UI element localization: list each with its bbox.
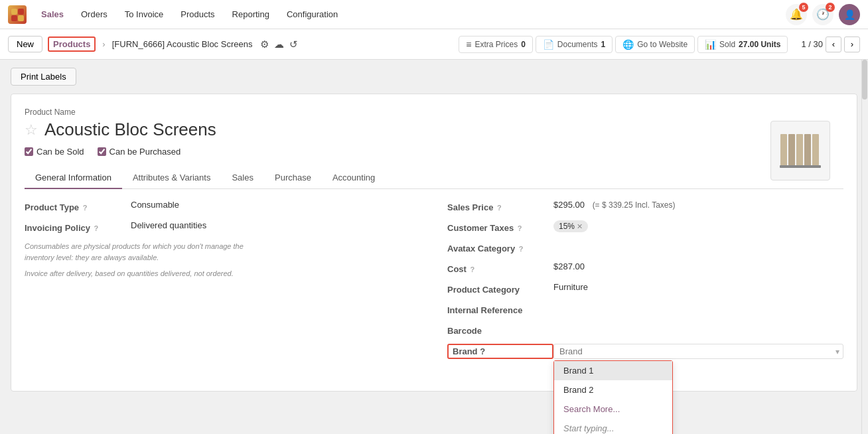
pager-next[interactable]: › xyxy=(844,36,860,52)
cost-value: $287.00 xyxy=(553,261,843,271)
internal-ref-label: Internal Reference xyxy=(447,303,553,315)
can-be-purchased-checkbox[interactable]: Can be Purchased xyxy=(98,147,181,157)
extra-prices-label: Extra Prices xyxy=(474,40,518,49)
can-be-sold-label: Can be Sold xyxy=(36,147,84,157)
favorite-star-icon[interactable]: ☆ xyxy=(25,121,38,139)
invoicing-policy-row: Invoicing Policy ? Delivered quantities xyxy=(25,220,421,233)
sales-price-help-icon[interactable]: ? xyxy=(497,204,502,212)
documents-button[interactable]: 📄 Documents 1 xyxy=(536,36,613,53)
sales-price-label: Sales Price ? xyxy=(447,200,553,212)
nav-reporting[interactable]: Reporting xyxy=(224,5,277,23)
can-be-sold-checkbox[interactable]: Can be Sold xyxy=(25,147,84,157)
nav-configuration[interactable]: Configuration xyxy=(279,5,346,23)
documents-label: Documents xyxy=(557,40,598,49)
product-category-label: Product Category xyxy=(447,282,553,295)
action-bar: New Products › [FURN_6666] Acoustic Bloc… xyxy=(0,29,868,60)
svg-rect-4 xyxy=(780,134,787,167)
bell-badge: 5 xyxy=(799,3,808,12)
globe-icon: 🌐 xyxy=(622,39,634,50)
new-button[interactable]: New xyxy=(8,36,42,52)
brand-row: Brand ? ▾ Brand 1 Brand 2 Search More...… xyxy=(447,344,843,359)
form-card: Product Name ☆ Acoustic Bloc Screens xyxy=(11,94,857,392)
svg-rect-2 xyxy=(11,15,17,21)
revert-icon[interactable]: ↺ xyxy=(289,38,298,50)
navbar: Sales Orders To Invoice Products Reporti… xyxy=(0,0,868,29)
user-avatar[interactable]: 👤 xyxy=(839,4,860,25)
tab-accounting[interactable]: Accounting xyxy=(322,167,386,189)
svg-rect-7 xyxy=(804,134,811,167)
avatax-help-icon[interactable]: ? xyxy=(519,245,524,253)
checkboxes: Can be Sold Can be Purchased xyxy=(25,147,843,157)
tax-badge: 15% ✕ xyxy=(553,220,588,232)
cloud-icon[interactable]: ☁ xyxy=(274,38,284,50)
brand-help-icon[interactable]: ? xyxy=(480,346,485,356)
tab-attributes-variants[interactable]: Attributes & Variants xyxy=(122,167,222,189)
nav-to-invoice[interactable]: To Invoice xyxy=(117,5,172,23)
product-type-value: Consumable xyxy=(131,200,421,210)
cost-row: Cost ? $287.00 xyxy=(447,261,843,274)
tab-general-information[interactable]: General Information xyxy=(25,167,122,189)
tab-purchase[interactable]: Purchase xyxy=(264,167,322,189)
invoicing-policy-value: Delivered quantities xyxy=(131,220,421,230)
tax-remove-icon[interactable]: ✕ xyxy=(577,222,583,231)
cost-help-icon[interactable]: ? xyxy=(470,265,475,273)
document-icon: 📄 xyxy=(543,39,554,50)
barcode-label: Barcode xyxy=(447,323,553,336)
sales-price-value: $295.00 (= $ 339.25 Incl. Taxes) xyxy=(553,200,843,210)
sold-button[interactable]: 📊 Sold 27.00 Units xyxy=(697,36,788,53)
nav-orders[interactable]: Orders xyxy=(73,5,115,23)
clock-badge: 2 xyxy=(826,3,835,12)
customer-taxes-value: 15% ✕ xyxy=(553,220,843,232)
product-header: Product Name ☆ Acoustic Bloc Screens xyxy=(25,108,843,157)
nav-sales[interactable]: Sales xyxy=(33,5,72,23)
print-labels-button[interactable]: Print Labels xyxy=(11,68,76,86)
bell-button[interactable]: 🔔 5 xyxy=(786,4,807,25)
invoicing-help-icon[interactable]: ? xyxy=(94,224,99,232)
extra-prices-button[interactable]: ≡ Extra Prices 0 xyxy=(459,36,533,53)
form-right: Sales Price ? $295.00 (= $ 339.25 Incl. … xyxy=(447,200,843,367)
product-type-field-label: Product Type ? xyxy=(25,200,131,212)
pager-prev[interactable]: ‹ xyxy=(826,36,841,52)
dropdown-item-brand1[interactable]: Brand 1 xyxy=(554,361,672,380)
svg-rect-5 xyxy=(788,134,795,167)
chevron-down-icon: ▾ xyxy=(835,347,839,356)
clock-button[interactable]: 🕐 2 xyxy=(812,4,833,25)
dropdown-item-brand2[interactable]: Brand 2 xyxy=(554,380,672,399)
breadcrumb-products-link[interactable]: Products xyxy=(48,36,96,52)
scrollbar-track[interactable] xyxy=(861,60,868,434)
brand-label: Brand ? xyxy=(447,344,553,359)
invoicing-policy-field-label: Invoicing Policy ? xyxy=(25,220,131,233)
product-image xyxy=(770,121,830,181)
consumable-note: Consumables are physical products for wh… xyxy=(25,241,421,263)
tab-sales[interactable]: Sales xyxy=(221,167,264,189)
list-icon: ≡ xyxy=(466,39,471,50)
barcode-row: Barcode xyxy=(447,323,843,336)
form-tabs: General Information Attributes & Variant… xyxy=(25,167,843,189)
record-action-icons: ⚙ ☁ ↺ xyxy=(260,38,298,50)
can-be-purchased-label: Can be Purchased xyxy=(109,147,181,157)
website-button[interactable]: 🌐 Go to Website xyxy=(615,36,695,53)
print-labels-bar: Print Labels xyxy=(11,68,857,86)
svg-rect-3 xyxy=(18,15,24,21)
svg-rect-6 xyxy=(796,134,803,167)
settings-icon[interactable]: ⚙ xyxy=(260,38,269,50)
avatax-label: Avatax Category ? xyxy=(447,241,553,253)
customer-taxes-help-icon[interactable]: ? xyxy=(518,224,522,232)
invoice-note: Invoice after delivery, based on quantit… xyxy=(25,268,421,279)
scrollbar-thumb[interactable] xyxy=(862,60,867,100)
sold-count: 27.00 Units xyxy=(739,40,780,49)
product-title-row: ☆ Acoustic Bloc Screens xyxy=(25,119,843,140)
product-type-help-icon[interactable]: ? xyxy=(83,204,88,212)
form-left: Product Type ? Consumable Invoicing Poli… xyxy=(25,200,421,367)
price-incl-taxes: (= $ 339.25 Incl. Taxes) xyxy=(593,200,676,210)
brand-input[interactable] xyxy=(553,344,843,359)
customer-taxes-row: Customer Taxes ? 15% ✕ xyxy=(447,220,843,233)
nav-products[interactable]: Products xyxy=(173,5,222,23)
sales-price-row: Sales Price ? $295.00 (= $ 339.25 Incl. … xyxy=(447,200,843,212)
svg-rect-9 xyxy=(780,165,821,168)
dropdown-item-search-more[interactable]: Search More... xyxy=(554,399,672,419)
toolbar-actions: ≡ Extra Prices 0 📄 Documents 1 🌐 Go to W… xyxy=(459,36,788,53)
internal-ref-row: Internal Reference xyxy=(447,303,843,315)
nav-menu: Sales Orders To Invoice Products Reporti… xyxy=(33,5,346,23)
svg-rect-8 xyxy=(812,134,819,167)
